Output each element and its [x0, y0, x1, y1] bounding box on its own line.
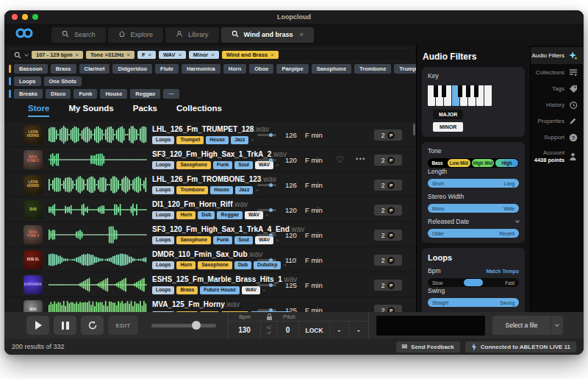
select-file-button[interactable]: Select a file: [492, 316, 563, 335]
row-tone-slider[interactable]: [257, 209, 276, 211]
play-button[interactable]: [26, 316, 49, 335]
points-badge[interactable]: 2P: [374, 130, 402, 141]
row-tag-loops[interactable]: Loops: [152, 286, 174, 294]
pause-button[interactable]: [54, 316, 76, 335]
pitch-minus-button[interactable]: -: [338, 326, 340, 334]
range-slider-swing[interactable]: StraightSwung: [428, 298, 519, 307]
file-name[interactable]: MVA_125_Fm_Horny.wav: [152, 300, 240, 308]
tag-chip-flute[interactable]: Flute: [155, 64, 179, 74]
points-badge[interactable]: 2P: [374, 155, 402, 166]
remove-chip-icon[interactable]: ×: [76, 52, 79, 58]
row-tag-funk[interactable]: Funk: [213, 236, 232, 244]
tab-store[interactable]: Store: [28, 104, 49, 117]
points-badge[interactable]: 2P: [374, 230, 402, 241]
pitch-plus-button[interactable]: -: [357, 326, 359, 334]
search-input[interactable]: 107 - 129 bpm×Tone >312Hz×F×WAV×Minor×Wi…: [9, 49, 412, 61]
more-row-tags-icon[interactable]: »: [255, 187, 258, 194]
tab-collections[interactable]: Collections: [176, 104, 222, 117]
volume-slider[interactable]: [151, 324, 216, 327]
nav-tab-wind-and-brass[interactable]: Wind and brass×: [221, 27, 314, 43]
row-tag-reggae[interactable]: Reggae: [217, 211, 243, 219]
row-tone-thumb[interactable]: [269, 258, 273, 262]
range-slider-stereo-width[interactable]: MonoWide: [428, 204, 519, 213]
tag-chip-oboe[interactable]: Oboe: [249, 64, 273, 74]
tag-chip-panpipe[interactable]: Panpipe: [276, 64, 308, 74]
more-row-tags-icon[interactable]: »: [262, 287, 265, 294]
more-row-tags-icon[interactable]: »: [265, 212, 268, 219]
pack-artwork[interactable]: DUB: [24, 200, 43, 219]
row-tag-wav[interactable]: WAV: [255, 161, 273, 169]
row-tag-wav[interactable]: WAV: [245, 211, 263, 219]
row-waveform[interactable]: [49, 224, 147, 248]
search-chip[interactable]: Minor×: [189, 51, 219, 60]
row-tag-loops[interactable]: Loops: [152, 136, 174, 144]
file-name[interactable]: LHL_126_Fm_TRUMPET_128.wav: [152, 125, 269, 133]
edit-button[interactable]: EDIT: [108, 316, 138, 335]
more-tags-button[interactable]: ···: [163, 89, 179, 99]
table-row[interactable]: LATIN HORNSLHL_126_Fm_TRUMPET_128.wavLoo…: [4, 122, 416, 147]
search-chip[interactable]: WAV×: [159, 51, 186, 60]
points-badge[interactable]: 2P: [374, 255, 402, 266]
row-tag-jazz[interactable]: Jazz: [235, 186, 253, 194]
table-row[interactable]: DUBDI1_120_Fm_Horn_Riff.wavLoopsHornDubR…: [4, 197, 416, 222]
piano-key[interactable]: [484, 85, 492, 106]
row-tag-loops[interactable]: Loops: [152, 261, 174, 269]
row-tone-slider[interactable]: [257, 234, 276, 236]
row-tag-dubstep[interactable]: Dubstep: [254, 261, 281, 269]
piano-black-key[interactable]: [434, 85, 438, 97]
row-tag-funk[interactable]: Funk: [213, 161, 232, 169]
sidebar-item-account[interactable]: Account4438 points: [531, 146, 583, 168]
remove-chip-icon[interactable]: ×: [148, 52, 151, 58]
tag-chip-bassoon[interactable]: Bassoon: [14, 64, 48, 74]
close-tab-icon[interactable]: ×: [300, 31, 304, 38]
tag-chip-reggae[interactable]: Reggae: [130, 89, 160, 99]
match-tempo-button[interactable]: Match Tempo: [486, 269, 519, 274]
range-slider-released-date[interactable]: OlderRecent: [428, 229, 519, 238]
row-tone-slider[interactable]: [257, 159, 276, 161]
row-waveform[interactable]: [49, 249, 147, 273]
send-feedback-button[interactable]: ✉ Send Feedback: [396, 341, 460, 353]
row-tag-saxophone[interactable]: Saxophone: [176, 161, 211, 169]
piano-black-key[interactable]: [442, 85, 446, 97]
sidebar-item-properties[interactable]: Properties: [531, 113, 583, 129]
row-tone-thumb[interactable]: [269, 208, 273, 212]
row-tag-loops[interactable]: Loops: [152, 161, 174, 169]
piano-black-key[interactable]: [474, 85, 478, 97]
row-waveform[interactable]: [49, 124, 147, 148]
remove-chip-icon[interactable]: ×: [178, 52, 181, 58]
file-name[interactable]: LHL_126_Fm_TROMBONE_123.wav: [152, 175, 276, 183]
select-file-chevron[interactable]: [551, 316, 563, 335]
row-tag-brass[interactable]: Brass: [176, 286, 198, 294]
row-tag-house[interactable]: House: [210, 186, 233, 194]
file-name[interactable]: DMDR_110_Fmin_Sax_Dub.wav: [152, 250, 262, 258]
piano-black-key[interactable]: [458, 85, 462, 97]
sidebar-item-tags[interactable]: Tags: [531, 81, 583, 96]
piano-black-key[interactable]: [466, 85, 470, 97]
table-row[interactable]: LATIN HORNSLHL_126_Fm_TROMBONE_123.wavLo…: [4, 172, 416, 197]
favorite-icon[interactable]: ♡: [336, 155, 344, 165]
lock-button[interactable]: LOCK: [305, 327, 323, 334]
loopcloud-logo-icon[interactable]: [13, 27, 35, 42]
row-tag-house[interactable]: House: [206, 136, 229, 144]
file-name[interactable]: SF3_120_Fm_High_Sax_1_TrkA_4_End.wav: [152, 225, 304, 233]
row-tag-wav[interactable]: WAV: [255, 236, 273, 244]
tag-chip-loops[interactable]: Loops: [14, 77, 41, 86]
tone-segment-high[interactable]: High: [495, 159, 518, 167]
pack-artwork[interactable]: EUPHORIA: [24, 275, 43, 294]
table-scrollbar[interactable]: [413, 124, 415, 135]
pack-artwork[interactable]: SOUL FUNK 3: [24, 225, 43, 244]
table-row[interactable]: SOUL FUNK 3SF3_120_Fm_High_Sax_1_TrkA_2.…: [4, 147, 416, 172]
tag-chip-trumpet[interactable]: Trumpet: [394, 64, 417, 74]
tag-chip-clarinet[interactable]: Clarinet: [79, 64, 110, 74]
major-button[interactable]: MAJOR: [433, 110, 463, 119]
file-name[interactable]: ESHS_125_Fm_Marble_Brass_Hits_1.wav: [152, 275, 297, 283]
table-row[interactable]: MVAMVA_125_Fm_Horny.wavLoopsBrassHornTru…: [4, 297, 416, 312]
row-waveform[interactable]: [49, 274, 147, 298]
tag-chip-saxophone[interactable]: Saxophone: [312, 64, 351, 74]
pack-artwork[interactable]: LATIN HORNS: [24, 125, 43, 144]
more-row-tags-icon[interactable]: »: [276, 237, 279, 244]
row-tone-slider[interactable]: [257, 259, 276, 261]
pack-artwork[interactable]: LATIN HORNS: [24, 175, 43, 194]
bpm-half-button[interactable]: ÷2: [266, 330, 270, 335]
points-badge[interactable]: 2P: [374, 305, 402, 312]
